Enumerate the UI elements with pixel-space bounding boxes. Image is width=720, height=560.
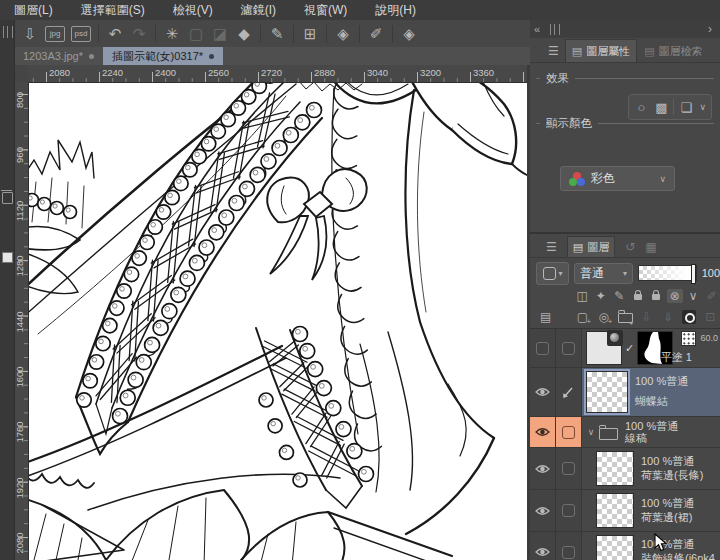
transfer-down-icon[interactable]: ⇩ — [637, 310, 656, 324]
pen2-tool-icon[interactable]: ✐ — [364, 23, 388, 45]
display-color-dropdown[interactable]: 彩色 ∨ — [560, 166, 675, 191]
deselect-icon[interactable]: ✳ — [160, 23, 184, 45]
layer-thumbnail[interactable] — [596, 535, 634, 560]
layer-thumbnail[interactable] — [596, 493, 634, 528]
fill-layer-badge-icon — [607, 330, 623, 346]
color-chip[interactable] — [2, 252, 13, 263]
v-ruler-label: 1280 — [15, 251, 25, 281]
pen-tool-icon[interactable]: ✎ — [265, 23, 289, 45]
effect-dropdown-icon[interactable]: ∨ — [696, 102, 709, 112]
v-ruler-label: 2080 — [15, 528, 25, 558]
export-jpg-icon[interactable]: jpg — [45, 26, 65, 42]
lock-alpha-icon[interactable] — [648, 289, 665, 303]
layer-visibility-cell[interactable] — [530, 532, 556, 560]
trash-icon[interactable] — [2, 192, 13, 204]
lock-layer-icon[interactable] — [630, 289, 647, 303]
tab-layer[interactable]: ▤ 圖層 — [567, 236, 615, 257]
layer-visibility-cell[interactable] — [530, 448, 556, 489]
tab-layer-search[interactable]: ▤ 圖層檢索 — [637, 39, 709, 62]
menu-item-2[interactable]: 檢視(V) — [159, 0, 227, 20]
redo-icon[interactable]: ↷ — [127, 23, 151, 45]
layer-edit-cell[interactable] — [556, 368, 582, 416]
grid-icon[interactable]: ⊞ — [298, 23, 322, 45]
panel-divider — [530, 232, 720, 234]
apply-mask-icon[interactable]: ⊡ — [701, 310, 720, 324]
layer-thumbnail[interactable] — [596, 451, 634, 486]
layer-effect-dropdown[interactable]: ▾ — [536, 262, 569, 285]
toolbar-separator — [392, 25, 393, 43]
mask-dropdown-icon[interactable]: ∨ — [685, 289, 702, 303]
layer-edit-cell[interactable] — [556, 490, 582, 531]
merge-down-icon[interactable]: ⇓ — [658, 310, 677, 324]
tab-layer-label: 圖層 — [587, 240, 609, 255]
select-area-icon[interactable]: ▢ — [184, 23, 208, 45]
layer-edit-cell[interactable] — [556, 532, 582, 560]
enable-mask-icon[interactable]: ⊗ — [667, 289, 684, 303]
layers-stack-icon: ▤ — [573, 241, 583, 254]
menu-item-0[interactable]: 圖層(L) — [0, 0, 67, 20]
layer-visibility-cell[interactable] — [530, 417, 556, 447]
layer-row-bow[interactable]: 100 %普通 蝴蝶結 — [530, 368, 720, 417]
export-psd-icon[interactable]: psd — [71, 26, 91, 42]
toolbar-separator — [293, 25, 294, 43]
fill-icon[interactable]: ◆ — [232, 23, 256, 45]
panel-grip-handle[interactable] — [550, 24, 560, 35]
canvas[interactable] — [28, 82, 527, 560]
eraser-icon[interactable]: ◈ — [331, 23, 355, 45]
folder-expand-icon[interactable]: ∨ — [586, 427, 596, 437]
collapse-panel-icon[interactable]: « — [530, 23, 544, 35]
folder-icon — [599, 428, 618, 440]
history-icon[interactable]: ↺ — [625, 240, 635, 254]
palette-list-icon[interactable]: ▤ — [536, 310, 555, 324]
film-icon[interactable]: ▦ — [645, 240, 656, 254]
layer-row-ruffle-strip[interactable]: 100 %普通 荷葉邊(長條) — [530, 448, 720, 490]
blend-mode-dropdown[interactable]: 普通 ▾ — [574, 263, 633, 284]
expand-panel-icon[interactable]: › — [700, 22, 720, 36]
reference-layer-icon[interactable]: ✦ — [593, 289, 610, 303]
layer-visibility-cell[interactable] — [530, 329, 556, 367]
document-tab-0[interactable]: 1203A3.jpg* — [14, 47, 103, 65]
save-icon[interactable]: ⇩ — [18, 23, 42, 45]
menu-item-1[interactable]: 選擇範圍(S) — [67, 0, 159, 20]
layer-visibility-cell[interactable] — [530, 490, 556, 531]
draw-target-icon[interactable]: ✎ — [611, 289, 628, 303]
new-vector-layer-icon[interactable]: ◎+ — [594, 310, 613, 324]
layer-visibility-cell[interactable] — [530, 368, 556, 416]
layer-palette-menu-icon[interactable]: ☰ — [546, 240, 557, 254]
eye-icon — [535, 547, 550, 557]
opacity-slider[interactable] — [638, 265, 697, 281]
border-effect-icon[interactable]: ○ — [631, 100, 651, 115]
ruler-icon[interactable]: ✐ — [704, 289, 720, 303]
layer-edit-cell[interactable] — [556, 329, 582, 367]
layer-row-ruffle-skirt[interactable]: 100 %普通 荷葉邊(裙) — [530, 490, 720, 532]
create-mask-icon[interactable] — [679, 308, 698, 327]
layer-edit-cell[interactable] — [556, 448, 582, 489]
layer-row-decor-lines[interactable]: 100 %普通 裝飾線條(j6nk4 — [530, 532, 720, 560]
layer-name: 裝飾線條(j6nk4 — [641, 552, 715, 560]
layer-row-flat-fill[interactable]: ✓ 60.0 平塗 1 — [530, 329, 720, 368]
layer-thumbnail[interactable] — [586, 331, 622, 365]
invert-selection-icon[interactable]: ◪ — [208, 23, 232, 45]
new-raster-layer-icon[interactable]: ▢+ — [573, 310, 592, 324]
opacity-slider-handle[interactable] — [691, 264, 696, 284]
layer-edit-cell[interactable] — [556, 417, 582, 447]
layer-opacity-label: 100 %普通 — [635, 375, 688, 389]
layer-color-effect-icon[interactable]: ❏ — [676, 100, 696, 115]
menu-item-4[interactable]: 視窗(W) — [290, 0, 361, 20]
property-menu-icon[interactable]: ☰ — [548, 40, 559, 62]
undo-icon[interactable]: ↶ — [103, 23, 127, 45]
dock-grip-handle[interactable] — [3, 26, 13, 38]
menu-item-5[interactable]: 說明(H) — [361, 0, 430, 20]
layer-lock-row: ◫✦✎⊗∨✐ — [530, 286, 720, 306]
new-folder-icon[interactable]: + — [615, 309, 634, 326]
layer-thumbnail[interactable] — [586, 371, 628, 413]
clip-below-icon[interactable]: ◫ — [574, 289, 591, 303]
layer-row-lineart-folder[interactable]: ∨ 100 %普通 線稿 — [530, 417, 720, 448]
document-tab-1[interactable]: 插圖示範(女)0317* — [103, 47, 223, 65]
tab-layer-property[interactable]: ▤ 圖層屬性 — [565, 39, 637, 62]
menu-item-3[interactable]: 濾鏡(I) — [227, 0, 290, 20]
eraser2-icon[interactable]: ◈ — [397, 23, 421, 45]
tone-effect-icon[interactable]: ▩ — [651, 100, 671, 115]
h-ruler-label: 2400 — [155, 67, 176, 78]
tone-chip-icon — [681, 331, 696, 346]
